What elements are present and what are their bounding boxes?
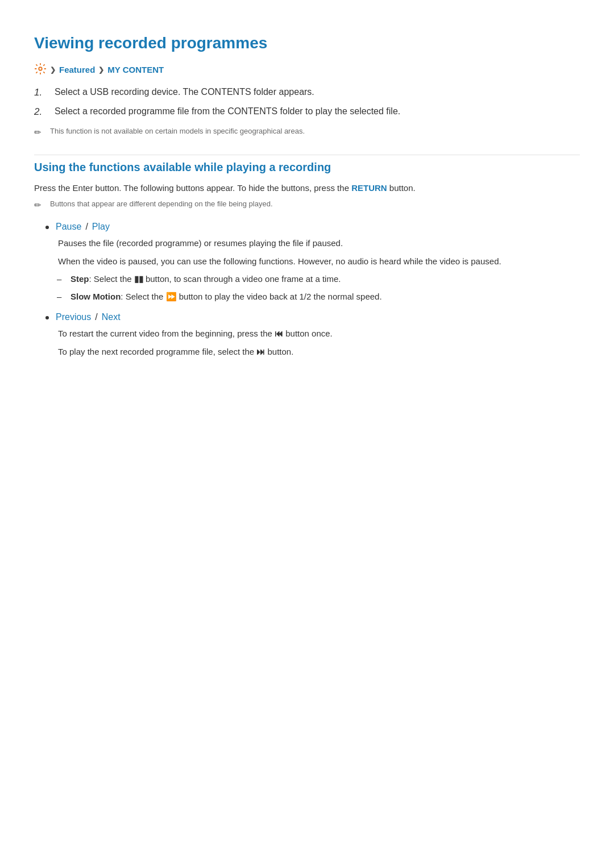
step-term: Step — [70, 274, 89, 284]
home-icon — [34, 63, 47, 77]
note-1-block: ✏ This function is not available on cert… — [34, 127, 580, 138]
separator-1: / — [85, 222, 88, 232]
note-1-text: This function is not available on certai… — [50, 127, 305, 135]
step-2-number: 2. — [34, 106, 55, 118]
previous-link[interactable]: Previous — [56, 312, 91, 322]
svg-point-0 — [39, 67, 42, 70]
note-2-block: ✏ Buttons that appear are different depe… — [34, 200, 580, 210]
pause-play-sub-list: – Step: Select the ▮▮ button, to scan th… — [57, 273, 580, 303]
step-1-text: Select a USB recording device. The CONTE… — [55, 87, 580, 97]
sub-dash-1: – — [57, 273, 66, 286]
breadcrumb-arrow-1: ❯ — [50, 66, 56, 74]
section-intro: Press the Enter button. The following bu… — [34, 183, 580, 193]
sub-slow-motion-text: Slow Motion: Select the ⏩ button to play… — [70, 290, 382, 304]
pause-play-para2: When the video is paused, you can use th… — [58, 255, 580, 268]
play-link[interactable]: Play — [92, 222, 110, 232]
breadcrumb-my-content[interactable]: MY CONTENT — [107, 65, 164, 74]
separator-2: / — [95, 312, 97, 322]
sub-item-slow-motion: – Slow Motion: Select the ⏩ button to pl… — [57, 290, 580, 304]
bullet-pause-play: Pause / Play Pauses the file (recorded p… — [45, 222, 580, 303]
steps-list: 1. Select a USB recording device. The CO… — [34, 87, 580, 118]
slow-motion-term: Slow Motion — [70, 292, 121, 301]
breadcrumb: ❯ Featured ❯ MY CONTENT — [34, 63, 580, 77]
section-intro-part2: button. — [387, 183, 416, 193]
section-intro-part1: Press the Enter button. The following bu… — [34, 183, 351, 193]
step-2: 2. Select a recorded programme file from… — [34, 106, 580, 118]
rewind-icon: ⏮ — [275, 329, 283, 338]
bullet-dot-2 — [45, 316, 49, 319]
breadcrumb-featured[interactable]: Featured — [59, 65, 95, 74]
prev-next-para1: To restart the current video from the be… — [58, 327, 580, 340]
skip-next-icon: ⏭ — [256, 347, 265, 356]
page-title: Viewing recorded programmes — [34, 34, 580, 52]
breadcrumb-arrow-2: ❯ — [98, 66, 104, 74]
sub-step-text: Step: Select the ▮▮ button, to scan thro… — [70, 273, 341, 286]
feature-list: Pause / Play Pauses the file (recorded p… — [45, 222, 580, 359]
sub-dash-2: – — [57, 290, 66, 304]
note-icon-2: ✏ — [34, 200, 45, 210]
pause-icon: ▮▮ — [134, 274, 143, 284]
return-highlight: RETURN — [351, 183, 387, 193]
step-1-number: 1. — [34, 87, 55, 98]
next-link[interactable]: Next — [102, 312, 121, 322]
sub-item-step: – Step: Select the ▮▮ button, to scan th… — [57, 273, 580, 286]
bullet-previous-next: Previous / Next To restart the current v… — [45, 312, 580, 359]
pause-link[interactable]: Pause — [56, 222, 81, 232]
step-1: 1. Select a USB recording device. The CO… — [34, 87, 580, 98]
bullet-dot-1 — [45, 226, 49, 229]
step-2-text: Select a recorded programme file from th… — [55, 106, 580, 117]
note-2-text: Buttons that appear are different depend… — [50, 200, 273, 208]
note-icon-1: ✏ — [34, 127, 45, 138]
ff-icon: ⏩ — [166, 292, 177, 301]
prev-next-para2: To play the next recorded programme file… — [58, 345, 580, 359]
pause-play-para1: Pauses the file (recorded programme) or … — [58, 236, 580, 250]
section-title: Using the functions available while play… — [34, 155, 580, 174]
